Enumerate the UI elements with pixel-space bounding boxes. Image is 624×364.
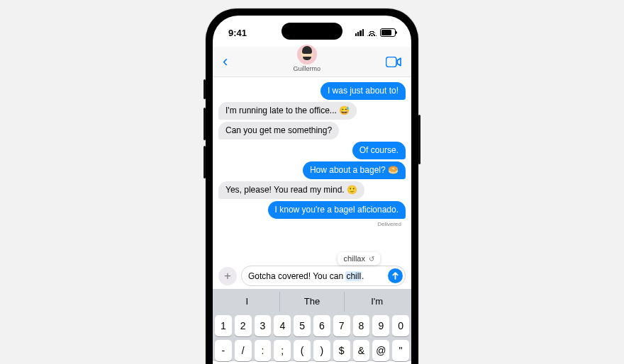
keyboard-row-2: -/:;()$&@" (215, 340, 409, 361)
key[interactable]: 1 (215, 315, 232, 336)
key[interactable]: - (215, 340, 232, 361)
key[interactable]: 3 (255, 315, 272, 336)
keyboard-row-1: 1234567890 (215, 315, 409, 336)
message-row: Of course. (218, 142, 406, 159)
iphone-frame: 9:41 ‹ Guillermo I was just about to!I'm… (206, 8, 418, 364)
key[interactable]: @ (372, 340, 389, 361)
key[interactable]: ( (294, 340, 311, 361)
prediction[interactable]: I (215, 292, 279, 312)
sent-bubble[interactable]: How about a bagel? 🥯 (303, 161, 406, 179)
key[interactable]: 2 (235, 315, 252, 336)
message-input[interactable]: Gotcha covered! You can chill. (241, 266, 406, 286)
message-thread[interactable]: I was just about to!I'm running late to … (213, 77, 411, 264)
sent-bubble[interactable]: Of course. (352, 142, 406, 159)
key[interactable]: 7 (333, 315, 350, 336)
received-bubble[interactable]: Can you get me something? (218, 122, 339, 140)
compose-bar: chillax ↺ + Gotcha covered! You can chil… (213, 264, 411, 289)
key[interactable]: 4 (274, 315, 291, 336)
cellular-icon (355, 29, 364, 36)
facetime-button[interactable] (386, 57, 401, 67)
send-button[interactable] (388, 268, 403, 283)
svg-rect-0 (386, 57, 397, 67)
message-row: How about a bagel? 🥯 (218, 161, 406, 179)
battery-icon (380, 28, 396, 37)
back-button[interactable]: ‹ (223, 54, 228, 69)
contact-avatar (297, 45, 317, 64)
contact-name-label: Guillermo (293, 65, 321, 72)
key[interactable]: ; (274, 340, 291, 361)
suggestion-word: chillax (343, 254, 365, 263)
key[interactable]: $ (333, 340, 350, 361)
key[interactable]: : (255, 340, 272, 361)
key[interactable]: " (392, 340, 409, 361)
message-row: Can you get me something? (218, 122, 406, 140)
key[interactable]: & (353, 340, 370, 361)
key[interactable]: ) (313, 340, 330, 361)
key[interactable]: 5 (294, 315, 311, 336)
apps-button[interactable]: + (218, 267, 237, 285)
autocorrect-suggestion[interactable]: chillax ↺ (338, 252, 380, 265)
message-row: Yes, please! You read my mind. 🙂 (218, 181, 406, 199)
prediction[interactable]: The (279, 292, 345, 312)
volume-up-button (204, 108, 206, 140)
message-row: I know you're a bagel aficionado. (218, 201, 406, 219)
key[interactable]: 9 (372, 315, 389, 336)
key[interactable]: 0 (392, 315, 409, 336)
keyboard[interactable]: ITheI'm 1234567890 -/:;()$&@" (213, 289, 411, 361)
delivered-label: Delivered (218, 221, 401, 227)
prediction-bar: ITheI'm (215, 292, 409, 312)
mute-switch (204, 79, 206, 99)
key[interactable]: 8 (353, 315, 370, 336)
received-bubble[interactable]: I'm running late to the office... 😅 (218, 102, 357, 120)
undo-icon: ↺ (369, 255, 374, 263)
sent-bubble[interactable]: I know you're a bagel aficionado. (268, 201, 406, 219)
prediction[interactable]: I'm (344, 292, 409, 312)
message-row: I'm running late to the office... 😅 (218, 102, 406, 120)
side-button (418, 115, 420, 164)
wifi-icon (367, 29, 377, 36)
received-bubble[interactable]: Yes, please! You read my mind. 🙂 (218, 181, 364, 199)
contact-title[interactable]: Guillermo (293, 45, 321, 72)
conversation-header: ‹ Guillermo (213, 47, 411, 77)
status-time: 9:41 (228, 28, 247, 38)
volume-down-button (204, 146, 206, 178)
message-row: I was just about to! (218, 82, 406, 100)
dynamic-island (282, 23, 342, 40)
key[interactable]: 6 (313, 315, 330, 336)
key[interactable]: / (235, 340, 252, 361)
sent-bubble[interactable]: I was just about to! (321, 82, 406, 100)
message-input-text: Gotcha covered! You can chill. (248, 271, 388, 281)
